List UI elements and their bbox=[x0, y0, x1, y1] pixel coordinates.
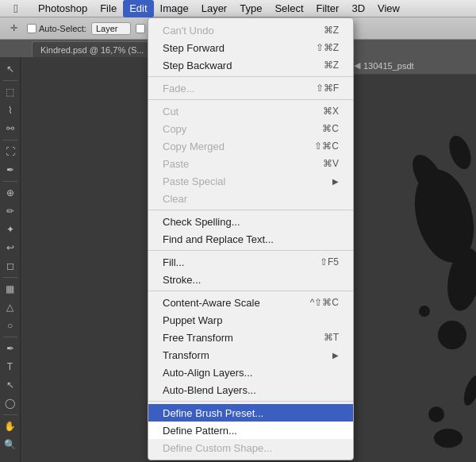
menu-item-define-brush[interactable]: Define Brush Preset... bbox=[148, 404, 353, 422]
move-tool-icon: ✛ bbox=[5, 20, 22, 37]
edit-dropdown-menu: Can't Undo ⌘Z Step Forward ⇧⌘Z Step Back… bbox=[148, 17, 354, 460]
apple-icon:  bbox=[13, 2, 17, 15]
auto-select-label: Auto-Select: bbox=[39, 24, 86, 33]
lasso-tool[interactable]: ⌇ bbox=[2, 102, 19, 119]
menu-sep-5 bbox=[148, 291, 353, 291]
menu-edit[interactable]: Edit bbox=[123, 0, 153, 17]
menu-select[interactable]: Select bbox=[268, 0, 309, 17]
menu-item-find-replace[interactable]: Find and Replace Text... bbox=[148, 230, 353, 248]
blur-tool[interactable]: △ bbox=[2, 298, 19, 316]
canvas-artwork bbox=[349, 57, 476, 462]
transform-controls-checkbox[interactable] bbox=[136, 24, 145, 33]
menu-item-clear[interactable]: Clear bbox=[148, 190, 353, 207]
menu-item-check-spelling[interactable]: Check Spelling... bbox=[148, 213, 353, 230]
transform-submenu-arrow: ▶ bbox=[332, 351, 339, 360]
auto-select-checkbox[interactable] bbox=[27, 24, 36, 33]
eyedropper-tool[interactable]: ✒ bbox=[2, 161, 19, 179]
menu-item-transform[interactable]: Transform ▶ bbox=[148, 346, 353, 364]
menu-image[interactable]: Image bbox=[154, 0, 195, 17]
toolbar: ↖ ⬚ ⌇ ⚯ ⛶ ✒ ⊕ ✏ ✦ ↩ ◻ ▦ △ ○ ✒ T ↖ ◯ ✋ 🔍 bbox=[0, 57, 21, 462]
panel-arrow: ◀ bbox=[354, 60, 360, 71]
menu-item-copy[interactable]: Copy ⌘C bbox=[148, 120, 353, 137]
menu-file[interactable]: File bbox=[94, 0, 123, 17]
menu-view[interactable]: View bbox=[371, 0, 406, 17]
svg-point-8 bbox=[419, 306, 430, 317]
menu-item-content-aware-scale[interactable]: Content-Aware Scale ^⇧⌘C bbox=[148, 294, 353, 311]
history-brush-tool[interactable]: ↩ bbox=[2, 239, 19, 256]
menu-layer[interactable]: Layer bbox=[195, 0, 234, 17]
tool-separator-6 bbox=[3, 414, 17, 415]
menu-item-define-custom-shape[interactable]: Define Custom Shape... bbox=[148, 439, 353, 456]
pen-tool[interactable]: ✒ bbox=[2, 340, 19, 357]
brush-tool[interactable]: ✏ bbox=[2, 202, 19, 220]
shape-tool[interactable]: ◯ bbox=[2, 395, 19, 412]
zoom-tool[interactable]: 🔍 bbox=[2, 436, 19, 453]
menu-sep-1 bbox=[148, 76, 353, 77]
menu-item-step-forward[interactable]: Step Forward ⇧⌘Z bbox=[148, 39, 353, 56]
submenu-arrow: ▶ bbox=[332, 177, 339, 186]
menu-item-cant-undo[interactable]: Can't Undo ⌘Z bbox=[148, 21, 353, 39]
menu-item-cut[interactable]: Cut ⌘X bbox=[148, 102, 353, 120]
move-tool[interactable]: ↖ bbox=[2, 60, 19, 78]
tool-separator-1 bbox=[3, 80, 17, 81]
quick-select-tool[interactable]: ⚯ bbox=[2, 120, 19, 137]
menu-filter[interactable]: Filter bbox=[310, 0, 346, 17]
menu-3d[interactable]: 3D bbox=[345, 0, 371, 17]
menu-item-step-backward[interactable]: Step Backward ⌘Z bbox=[148, 56, 353, 74]
menu-item-auto-align[interactable]: Auto-Align Layers... bbox=[148, 364, 353, 381]
type-tool[interactable]: T bbox=[2, 358, 19, 375]
hand-tool[interactable]: ✋ bbox=[2, 418, 19, 435]
tool-separator-5 bbox=[3, 337, 17, 337]
dodge-tool[interactable]: ○ bbox=[2, 317, 19, 334]
menu-sep-4 bbox=[148, 250, 353, 251]
menu-item-puppet-warp[interactable]: Puppet Warp bbox=[148, 311, 353, 329]
tool-separator-2 bbox=[3, 140, 17, 141]
crop-tool[interactable]: ⛶ bbox=[2, 143, 19, 160]
path-selection-tool[interactable]: ↖ bbox=[2, 376, 19, 394]
auto-select-group: Auto-Select: bbox=[27, 24, 86, 33]
menu-item-stroke[interactable]: Stroke... bbox=[148, 271, 353, 288]
menu-item-paste-special[interactable]: Paste Special ▶ bbox=[148, 172, 353, 190]
document-tab[interactable]: Kindred.psd @ 16,7% (S... × bbox=[32, 41, 162, 57]
panel-header: ◀ 130415_psdt bbox=[349, 57, 476, 75]
panel-title: 130415_psdt bbox=[363, 61, 414, 71]
healing-brush-tool[interactable]: ⊕ bbox=[2, 184, 19, 202]
gradient-tool[interactable]: ▦ bbox=[2, 280, 19, 298]
svg-point-9 bbox=[434, 429, 463, 448]
menu-item-free-transform[interactable]: Free Transform ⌘T bbox=[148, 329, 353, 346]
menu-photoshop[interactable]: Photoshop bbox=[32, 0, 94, 17]
menu-item-fade[interactable]: Fade... ⇧⌘F bbox=[148, 79, 353, 97]
menu-bar:  Photoshop File Edit Image Layer Type S… bbox=[0, 0, 476, 17]
menu-sep-6 bbox=[148, 401, 353, 402]
layer-dropdown[interactable]: Layer bbox=[91, 22, 131, 35]
menu-type[interactable]: Type bbox=[233, 0, 268, 17]
tab-label: Kindred.psd @ 16,7% (S... bbox=[40, 45, 144, 55]
menu-item-fill[interactable]: Fill... ⇧F5 bbox=[148, 253, 353, 271]
svg-point-6 bbox=[428, 406, 444, 422]
eraser-tool[interactable]: ◻ bbox=[2, 257, 19, 275]
tool-separator-4 bbox=[3, 277, 17, 278]
menu-sep-3 bbox=[148, 210, 353, 210]
marquee-tool[interactable]: ⬚ bbox=[2, 83, 19, 101]
menu-sep-2 bbox=[148, 99, 353, 100]
menu-item-auto-blend[interactable]: Auto-Blend Layers... bbox=[148, 381, 353, 398]
menu-item-copy-merged[interactable]: Copy Merged ⇧⌘C bbox=[148, 137, 353, 155]
svg-point-4 bbox=[438, 321, 466, 349]
tool-separator-3 bbox=[3, 181, 17, 182]
apple-menu[interactable]:  bbox=[0, 2, 32, 15]
menu-item-define-pattern[interactable]: Define Pattern... bbox=[148, 422, 353, 439]
menu-item-paste[interactable]: Paste ⌘V bbox=[148, 155, 353, 172]
clone-stamp-tool[interactable]: ✦ bbox=[2, 221, 19, 238]
